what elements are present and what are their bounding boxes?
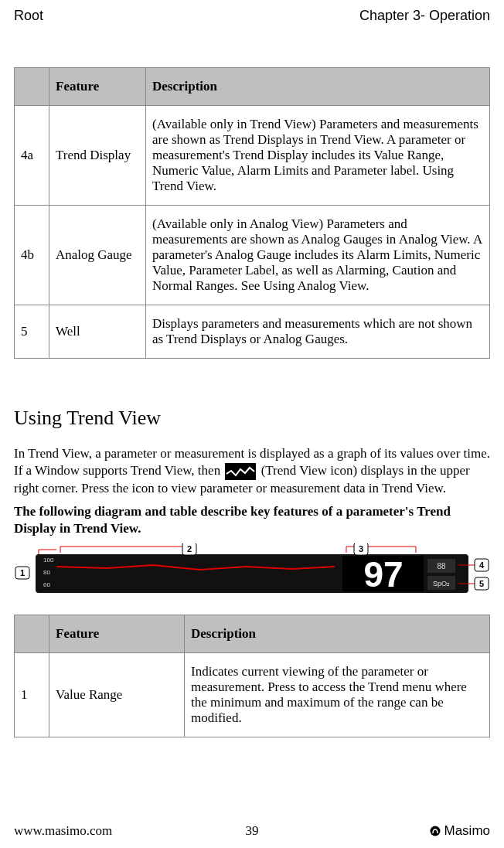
- alarm-limit: 88: [437, 562, 446, 570]
- table-row: 5 Well Displays parameters and measureme…: [15, 305, 490, 359]
- features-table-2: Feature Description 1 Value Range Indica…: [14, 615, 490, 737]
- svg-point-12: [431, 826, 441, 836]
- section-title: Using Trend View: [14, 407, 490, 430]
- masimo-bullet-icon: [430, 826, 441, 836]
- ytick-60: 60: [43, 581, 50, 588]
- param-label: SpO₂: [433, 580, 450, 587]
- page-number: 39: [246, 823, 259, 839]
- ytick-100: 100: [43, 557, 54, 564]
- brand-text: Masimo: [444, 823, 490, 839]
- footer-url: www.masimo.com: [14, 823, 112, 839]
- table-row: 4a Trend Display (Available only in Tren…: [15, 106, 490, 206]
- table-row: 1 Value Range Indicates current viewing …: [15, 653, 490, 737]
- callout-3: 3: [359, 544, 363, 553]
- trend-view-icon: [225, 463, 256, 480]
- col-num-header: [15, 615, 49, 653]
- col-description-header: Description: [146, 68, 490, 106]
- brand-logo: Masimo: [430, 823, 490, 839]
- row-description: (Available only in Analog View) Paramete…: [146, 206, 490, 305]
- row-num: 4b: [15, 206, 49, 305]
- row-feature: Analog Gauge: [49, 206, 146, 305]
- big-number: 97: [363, 554, 403, 594]
- intro-paragraph: In Trend View, a parameter or measuremen…: [14, 445, 490, 497]
- row-num: 1: [15, 653, 49, 737]
- table-row: 4b Analog Gauge (Available only in Analo…: [15, 206, 490, 305]
- features-table-1: Feature Description 4a Trend Display (Av…: [14, 67, 490, 359]
- row-description: Displays parameters and measurements whi…: [146, 305, 490, 359]
- col-feature-header: Feature: [49, 68, 146, 106]
- row-description: Indicates current viewing of the paramet…: [185, 653, 490, 737]
- ytick-80: 80: [43, 569, 50, 576]
- row-feature: Trend Display: [49, 106, 146, 206]
- callout-2: 2: [187, 544, 192, 553]
- row-num: 5: [15, 305, 49, 359]
- row-description: (Available only in Trend View) Parameter…: [146, 106, 490, 206]
- row-feature: Value Range: [49, 653, 185, 737]
- callout-1: 1: [20, 568, 25, 577]
- trend-display-diagram: 100 80 60 97 88 SpO₂ 1 2: [14, 543, 490, 604]
- col-num-header: [15, 68, 49, 106]
- col-feature-header: Feature: [49, 615, 185, 653]
- header-chapter: Chapter 3- Operation: [359, 8, 490, 24]
- row-feature: Well: [49, 305, 146, 359]
- callout-4: 4: [479, 560, 485, 570]
- diagram-lead-in: The following diagram and table describe…: [14, 503, 490, 537]
- col-description-header: Description: [185, 615, 490, 653]
- row-num: 4a: [15, 106, 49, 206]
- header-product: Root: [14, 8, 43, 24]
- callout-5: 5: [479, 579, 484, 588]
